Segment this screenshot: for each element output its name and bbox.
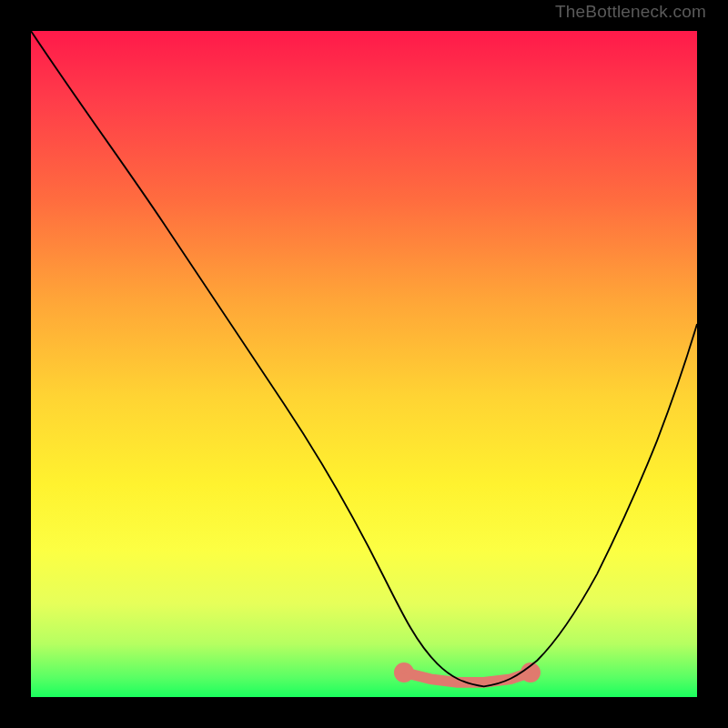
curve-layer	[31, 31, 697, 697]
watermark-text: TheBottleneck.com	[555, 2, 706, 22]
svg-point-0	[398, 666, 410, 678]
highlight-markers	[398, 666, 536, 682]
bottleneck-curve	[31, 31, 697, 686]
chart-frame	[20, 20, 708, 708]
plot-area	[31, 31, 697, 697]
